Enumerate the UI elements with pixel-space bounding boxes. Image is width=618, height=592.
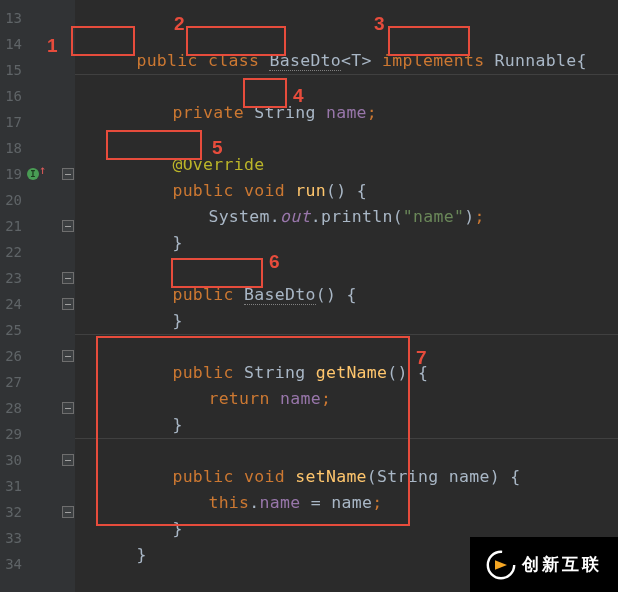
eq: =: [301, 493, 332, 512]
code-line[interactable]: }: [75, 398, 183, 416]
callout-1: 1: [47, 36, 58, 56]
fold-icon[interactable]: [62, 506, 74, 518]
code-line[interactable]: this.name = name;: [75, 476, 382, 494]
type-string: String: [377, 467, 438, 486]
line-number[interactable]: 31: [0, 478, 22, 494]
brace: {: [346, 285, 356, 304]
line-number[interactable]: 22: [0, 244, 22, 260]
fold-icon[interactable]: [62, 350, 74, 362]
parens: (): [387, 363, 407, 382]
dot: .: [311, 207, 321, 226]
type-runnable: Runnable: [495, 51, 577, 70]
code-line[interactable]: public void setName(String name) {: [75, 450, 520, 468]
line-number[interactable]: 14: [0, 36, 22, 52]
brace: }: [136, 545, 146, 564]
callout-2: 2: [174, 14, 185, 34]
line-number[interactable]: 17: [0, 114, 22, 130]
parens: (): [316, 285, 336, 304]
system: System.: [208, 207, 280, 226]
line-number[interactable]: 33: [0, 530, 22, 546]
paren-open: (: [393, 207, 403, 226]
code-line[interactable]: public BaseDto() {: [75, 268, 357, 286]
string-q: ": [403, 207, 413, 226]
code-line[interactable]: }: [75, 502, 183, 520]
fold-icon[interactable]: [62, 220, 74, 232]
line-number[interactable]: 29: [0, 426, 22, 442]
brace: }: [172, 519, 182, 538]
line-number[interactable]: 15: [0, 62, 22, 78]
watermark-logo: 创新互联: [470, 537, 618, 592]
fold-icon[interactable]: [62, 168, 74, 180]
semi: ;: [372, 493, 382, 512]
code-line[interactable]: }: [75, 294, 183, 312]
semi: ;: [321, 389, 331, 408]
field-name: name: [326, 103, 367, 122]
code-line[interactable]: }: [75, 528, 147, 546]
code-line[interactable]: public String getName() {: [75, 346, 428, 364]
code-line[interactable]: return name;: [75, 372, 331, 390]
editor-root: 13 14 15 16 17 18 19 20 21 22 23 24 25 2…: [0, 0, 618, 592]
code-line[interactable]: }: [75, 216, 183, 234]
brace: }: [172, 415, 182, 434]
brace: {: [510, 467, 520, 486]
keyword-return: return: [208, 389, 269, 408]
line-number[interactable]: 27: [0, 374, 22, 390]
param-name: name: [331, 493, 372, 512]
field-name: name: [280, 389, 321, 408]
svg-marker-1: [495, 560, 507, 570]
keyword-this: this: [208, 493, 249, 512]
string-q: ": [454, 207, 464, 226]
line-number[interactable]: 19: [0, 166, 22, 182]
line-number[interactable]: 30: [0, 452, 22, 468]
method-divider: [75, 438, 618, 439]
line-number[interactable]: 26: [0, 348, 22, 364]
field-name: name: [260, 493, 301, 512]
method-divider: [75, 74, 618, 75]
callout-7: 7: [416, 348, 427, 368]
fold-icon[interactable]: [62, 402, 74, 414]
override-up-icon[interactable]: ↑: [39, 164, 46, 176]
callout-6: 6: [269, 252, 280, 272]
brace: {: [576, 51, 586, 70]
generic: <T>: [341, 51, 372, 70]
keyword-implements: implements: [382, 51, 484, 70]
fold-icon[interactable]: [62, 454, 74, 466]
fold-icon[interactable]: [62, 272, 74, 284]
callout-4: 4: [293, 86, 304, 106]
line-number[interactable]: 24: [0, 296, 22, 312]
fold-icon[interactable]: [62, 298, 74, 310]
println: println: [321, 207, 393, 226]
code-line[interactable]: private String name;: [75, 86, 377, 104]
brace: }: [172, 233, 182, 252]
line-number[interactable]: 13: [0, 10, 22, 26]
line-number[interactable]: 16: [0, 88, 22, 104]
line-number[interactable]: 32: [0, 504, 22, 520]
code-area[interactable]: public class BaseDto<T> implements Runna…: [75, 0, 618, 592]
code-line[interactable]: System.out.println("name");: [75, 190, 485, 208]
class-name: BaseDto: [269, 51, 341, 71]
semi: ;: [367, 103, 377, 122]
ctor-name: BaseDto: [244, 285, 316, 305]
brace: }: [172, 311, 182, 330]
line-number[interactable]: 18: [0, 140, 22, 156]
callout-5: 5: [212, 138, 223, 158]
code-line[interactable]: public class BaseDto<T> implements Runna…: [75, 34, 587, 52]
code-line[interactable]: public void run() {: [75, 164, 367, 182]
line-number[interactable]: 23: [0, 270, 22, 286]
line-number[interactable]: 21: [0, 218, 22, 234]
code-line[interactable]: @Override: [75, 138, 265, 156]
semi: ;: [475, 207, 485, 226]
dot: .: [249, 493, 259, 512]
line-number[interactable]: 25: [0, 322, 22, 338]
line-number[interactable]: 34: [0, 556, 22, 572]
keyword-private: private: [172, 103, 244, 122]
keyword-class: class: [208, 51, 259, 70]
logo-icon: [486, 550, 516, 580]
line-number[interactable]: 28: [0, 400, 22, 416]
callout-3: 3: [374, 14, 385, 34]
implements-icon[interactable]: I: [27, 168, 39, 180]
method-divider: [75, 334, 618, 335]
line-number[interactable]: 20: [0, 192, 22, 208]
string-lit: name: [413, 207, 454, 226]
paren-close: ): [464, 207, 474, 226]
